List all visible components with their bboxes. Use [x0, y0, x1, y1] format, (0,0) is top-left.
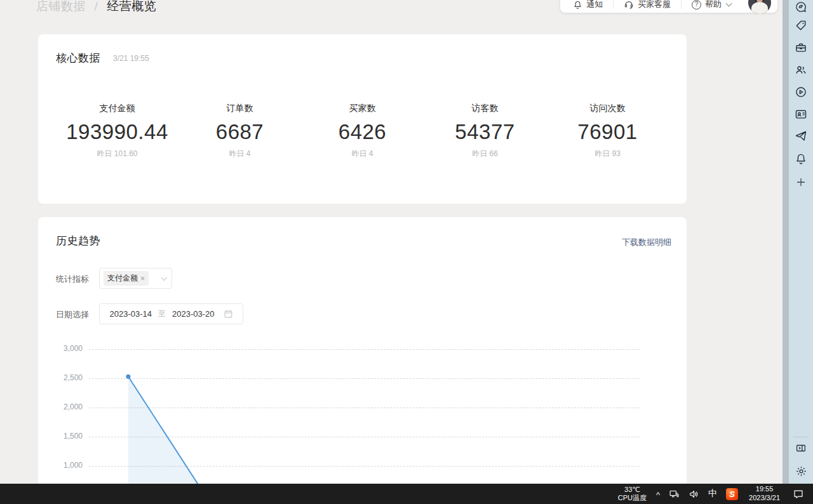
gridline: [89, 408, 640, 408]
metric-visitors: 访客数 54377 昨日 66: [424, 103, 546, 159]
notifications-button[interactable]: 通知: [573, 0, 603, 11]
right-sidebar: [789, 0, 813, 484]
plus-icon[interactable]: [789, 169, 813, 195]
clock-time: 19:55: [749, 485, 780, 494]
chevron-down-icon: [161, 274, 168, 281]
tag-icon[interactable]: [789, 14, 813, 36]
send-icon[interactable]: [789, 125, 813, 147]
video-icon[interactable]: [789, 81, 813, 103]
tray-expand-button[interactable]: ^: [652, 484, 664, 504]
metric-label: 订单数: [178, 103, 301, 114]
system-tray: 33℃ CPU温度 ^ 中 S 19:55 2023/3/21: [613, 484, 813, 504]
y-axis-tick: 3,000: [38, 344, 83, 353]
cpu-temp-label: CPU温度: [618, 494, 647, 502]
metric-value: 6687: [178, 120, 301, 144]
contacts-icon[interactable]: [789, 58, 813, 81]
clock-date: 2023/3/21: [749, 494, 780, 503]
date-range-input[interactable]: 2023-03-14 至 2023-03-20: [99, 303, 243, 324]
metric-value: 54377: [424, 120, 546, 144]
metric-yesterday: 昨日 4: [178, 149, 301, 159]
network-icon[interactable]: [664, 484, 684, 504]
metric-tag[interactable]: 支付金额: [104, 271, 149, 286]
bell-icon: [573, 0, 582, 10]
metric-label: 访问次数: [546, 103, 669, 114]
id-card-icon[interactable]: [789, 103, 813, 125]
cpu-temp-value: 33℃: [618, 486, 647, 494]
core-card-title: 核心数据: [56, 51, 100, 65]
gridline: [89, 466, 640, 467]
gridline: [89, 378, 640, 379]
metric-select[interactable]: 支付金额: [99, 268, 172, 289]
history-trend-card: 历史趋势 下载数据明细 统计指标 支付金额 日期选择 2023-03-14 至 …: [38, 217, 687, 504]
core-card-timestamp: 3/21 19:55: [113, 54, 149, 63]
gridline: [89, 349, 640, 350]
headset-icon: [624, 0, 634, 10]
metric-orders: 订单数 6687 昨日 4: [178, 103, 301, 159]
trend-card-title: 历史趋势: [56, 234, 100, 248]
customer-service-label: 买家客服: [638, 0, 671, 10]
metric-tag-label: 支付金额: [107, 273, 138, 284]
sogou-input-icon[interactable]: S: [722, 484, 742, 504]
date-filter-label: 日期选择: [56, 309, 89, 321]
breadcrumb-separator: /: [95, 0, 98, 13]
clock-widget[interactable]: 19:55 2023/3/21: [742, 485, 786, 503]
metric-label: 访客数: [424, 103, 546, 114]
metric-label: 支付金额: [56, 103, 178, 114]
help-button[interactable]: 帮助: [692, 0, 731, 11]
y-axis-tick: 2,000: [38, 402, 83, 411]
page-title: 经营概览: [107, 0, 156, 13]
chevron-down-icon: [726, 1, 732, 7]
metric-value: 6426: [301, 120, 424, 144]
calendar-icon[interactable]: [224, 309, 233, 319]
date-to-label: 至: [158, 308, 166, 319]
date-end: 2023-03-20: [172, 309, 215, 319]
metric-buyers: 买家数 6426 昨日 4: [301, 103, 424, 159]
toolbox-icon[interactable]: [789, 36, 813, 58]
remove-tag-icon[interactable]: [140, 275, 145, 282]
action-center-icon[interactable]: [786, 484, 813, 504]
avatar[interactable]: [748, 0, 771, 14]
y-axis-tick: 1,500: [38, 432, 83, 441]
notifications-label: 通知: [586, 0, 603, 10]
volume-icon[interactable]: [684, 484, 704, 504]
taskbar: 33℃ CPU温度 ^ 中 S 19:55 2023/3/21: [0, 484, 813, 504]
metric-yesterday: 昨日 66: [424, 149, 546, 159]
metrics-row: 支付金额 193990.44 昨日 101.60 订单数 6687 昨日 4 买…: [56, 103, 669, 159]
customer-service-button[interactable]: 买家客服: [624, 0, 671, 11]
panel-collapse-icon[interactable]: [789, 441, 813, 455]
metric-value: 193990.44: [56, 120, 178, 144]
date-start: 2023-03-14: [110, 309, 152, 319]
divider: [681, 0, 682, 9]
download-data-link[interactable]: 下载数据明细: [622, 237, 671, 248]
help-icon: [692, 0, 701, 10]
cpu-temp-widget[interactable]: 33℃ CPU温度: [613, 486, 652, 502]
metric-payment-amount: 支付金额 193990.44 昨日 101.60: [56, 103, 178, 159]
bell-icon[interactable]: [789, 147, 813, 169]
breadcrumb-section[interactable]: 店铺数据: [36, 0, 86, 13]
breadcrumb: 店铺数据 / 经营概览: [36, 0, 156, 15]
ime-indicator[interactable]: 中: [704, 484, 722, 504]
metric-value: 76901: [546, 120, 669, 144]
message-icon[interactable]: [789, 0, 813, 14]
metric-label: 买家数: [301, 103, 424, 114]
gridline: [89, 437, 640, 437]
y-axis-tick: 2,500: [38, 373, 83, 382]
metric-visits: 访问次数 76901 昨日 93: [546, 103, 669, 159]
help-label: 帮助: [705, 0, 722, 10]
divider: [613, 0, 614, 9]
y-axis-tick: 1,000: [38, 461, 83, 470]
chevron-up-icon: ^: [656, 490, 660, 500]
metric-yesterday: 昨日 101.60: [56, 149, 178, 159]
core-data-card: 核心数据 3/21 19:55 支付金额 193990.44 昨日 101.60…: [38, 34, 687, 204]
scrollbar[interactable]: [783, 0, 789, 484]
header-actions: 通知 买家客服 帮助: [560, 0, 777, 13]
divider: [793, 437, 809, 437]
metric-yesterday: 昨日 4: [301, 149, 424, 159]
settings-gear-icon[interactable]: [789, 464, 813, 478]
metric-filter-label: 统计指标: [56, 274, 89, 285]
metric-yesterday: 昨日 93: [546, 149, 669, 159]
